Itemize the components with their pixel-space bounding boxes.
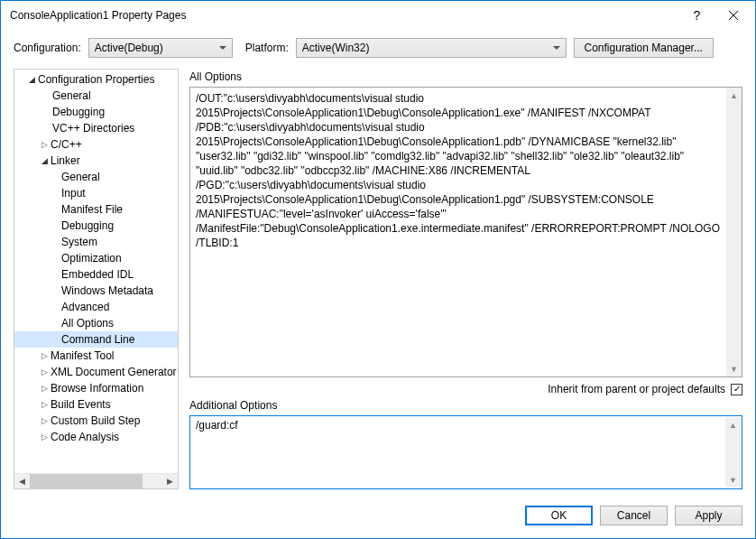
right-panel: All Options /OUT:"c:\users\divyabh\docum… <box>189 69 742 489</box>
ok-button[interactable]: OK <box>525 506 593 525</box>
arrow-right-icon: ▷ <box>40 365 49 379</box>
main-area: ◢Configuration Properties General Debugg… <box>1 69 755 497</box>
tree-item-xml-docgen[interactable]: ▷XML Document Generator <box>14 364 178 380</box>
property-pages-window: ConsoleApplication1 Property Pages ? Con… <box>0 0 756 539</box>
tree-item-linker-winmeta[interactable]: Windows Metadata <box>14 283 178 299</box>
tree-item-build-events[interactable]: ▷Build Events <box>14 396 178 413</box>
scroll-up-icon[interactable]: ▲ <box>726 88 742 103</box>
tree-item-linker-manifest[interactable]: Manifest File <box>14 201 178 218</box>
arrow-right-icon: ▷ <box>40 137 49 152</box>
titlebar: ConsoleApplication1 Property Pages ? <box>1 1 755 29</box>
platform-combo[interactable]: Active(Win32) <box>296 38 567 58</box>
tree-item-linker-advanced[interactable]: Advanced <box>14 299 178 315</box>
tree-item-linker-optimization[interactable]: Optimization <box>14 250 178 266</box>
close-button[interactable] <box>713 2 753 28</box>
scroll-down-icon[interactable]: ▼ <box>725 472 741 488</box>
tree-item-linker-alloptions[interactable]: All Options <box>14 315 178 331</box>
tree-item-debugging[interactable]: Debugging <box>14 104 178 120</box>
tree-item-linker-debugging[interactable]: Debugging <box>14 218 178 234</box>
additional-options-box[interactable]: /guard:cf ▲ ▼ <box>189 415 742 489</box>
tree-item-linker[interactable]: ◢Linker <box>14 153 178 169</box>
arrow-right-icon: ▷ <box>40 348 49 363</box>
footer: OK Cancel Apply <box>1 497 755 538</box>
scroll-down-icon[interactable]: ▼ <box>726 361 742 376</box>
additional-options-value: /guard:cf <box>196 419 736 432</box>
inherit-label: Inherit from parent or project defaults <box>548 383 725 395</box>
scroll-right-icon[interactable]: ▶ <box>162 474 178 489</box>
configuration-combo[interactable]: Active(Debug) <box>88 38 233 58</box>
inherit-checkbox[interactable]: ✓ <box>731 384 742 395</box>
apply-button[interactable]: Apply <box>675 506 742 525</box>
check-icon: ✓ <box>733 385 741 394</box>
tree-item-manifest-tool[interactable]: ▷Manifest Tool <box>14 348 178 364</box>
arrow-down-icon: ◢ <box>27 72 36 87</box>
scroll-track[interactable] <box>30 474 162 489</box>
tree-item-ccpp[interactable]: ▷C/C++ <box>14 136 178 153</box>
arrow-right-icon: ▷ <box>40 397 49 412</box>
configuration-value: Active(Debug) <box>95 42 163 54</box>
platform-label: Platform: <box>245 42 289 54</box>
tree[interactable]: ◢Configuration Properties General Debugg… <box>14 70 178 473</box>
tree-item-linker-commandline[interactable]: Command Line <box>14 331 178 348</box>
tree-item-custom-build[interactable]: ▷Custom Build Step <box>14 413 178 429</box>
inherit-row: Inherit from parent or project defaults … <box>189 377 742 397</box>
config-row: Configuration: Active(Debug) Platform: A… <box>1 29 755 69</box>
scroll-thumb[interactable] <box>30 474 143 489</box>
cancel-button[interactable]: Cancel <box>600 506 668 525</box>
configuration-label: Configuration: <box>14 42 81 54</box>
platform-value: Active(Win32) <box>302 42 370 54</box>
arrow-down-icon: ◢ <box>40 153 49 168</box>
allopts-vscrollbar[interactable]: ▲ ▼ <box>726 88 742 376</box>
scroll-left-icon[interactable]: ◀ <box>14 474 30 489</box>
arrow-right-icon: ▷ <box>40 414 49 428</box>
tree-item-code-analysis[interactable]: ▷Code Analysis <box>14 429 178 445</box>
tree-root[interactable]: ◢Configuration Properties <box>14 71 178 88</box>
scroll-up-icon[interactable]: ▲ <box>725 417 741 432</box>
close-icon <box>729 11 738 20</box>
tree-item-vcpp-dirs[interactable]: VC++ Directories <box>14 120 178 136</box>
help-button[interactable]: ? <box>681 2 713 28</box>
tree-item-linker-system[interactable]: System <box>14 234 178 250</box>
tree-panel: ◢Configuration Properties General Debugg… <box>14 69 179 489</box>
addopts-vscrollbar[interactable]: ▲ ▼ <box>725 417 741 488</box>
arrow-right-icon: ▷ <box>40 381 49 395</box>
tree-item-linker-embeddedidl[interactable]: Embedded IDL <box>14 266 178 283</box>
all-options-label: All Options <box>189 69 742 87</box>
tree-hscrollbar[interactable]: ◀ ▶ <box>14 473 178 488</box>
configuration-manager-button[interactable]: Configuration Manager... <box>574 38 714 58</box>
all-options-box[interactable]: /OUT:"c:\users\divyabh\documents\visual … <box>189 87 742 377</box>
tree-item-general[interactable]: General <box>14 88 178 104</box>
tree-item-linker-general[interactable]: General <box>14 169 178 185</box>
tree-item-linker-input[interactable]: Input <box>14 185 178 201</box>
arrow-right-icon: ▷ <box>40 430 49 444</box>
additional-options-label: Additional Options <box>189 397 742 415</box>
window-title: ConsoleApplication1 Property Pages <box>10 9 681 22</box>
tree-item-browse-info[interactable]: ▷Browse Information <box>14 380 178 396</box>
all-options-text: /OUT:"c:\users\divyabh\documents\visual … <box>196 91 736 250</box>
